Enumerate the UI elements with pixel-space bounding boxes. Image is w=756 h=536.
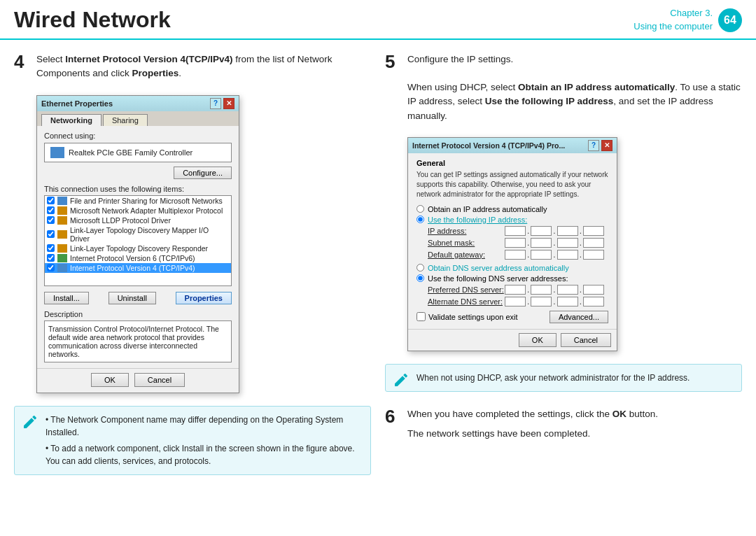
dns-radio-manual-input[interactable] — [416, 274, 424, 282]
ip-octet4[interactable] — [583, 226, 604, 236]
advanced-button[interactable]: Advanced... — [550, 311, 608, 323]
page-title: Wired Network — [14, 7, 171, 33]
subnet-mask-label: Subnet mask: — [428, 239, 505, 247]
adns-octet3[interactable] — [557, 297, 578, 306]
properties-button[interactable]: Properties — [176, 292, 232, 304]
subnet-octet2[interactable] — [531, 238, 552, 248]
item-icon — [57, 230, 67, 239]
ip-octet3[interactable] — [557, 226, 578, 236]
list-item-selected[interactable]: Internet Protocol Version 4 (TCP/IPv4) — [45, 263, 231, 273]
step4-text-after: . — [178, 68, 181, 78]
pdns-octet2[interactable] — [531, 285, 552, 295]
chapter-sub: Using the computer — [634, 20, 713, 33]
ip-cancel-button[interactable]: Cancel — [561, 333, 611, 347]
adns-octet4[interactable] — [583, 297, 604, 306]
adns-octet2[interactable] — [531, 297, 552, 306]
pdns-octet4[interactable] — [583, 285, 604, 295]
validate-label: Validate settings upon exit — [416, 312, 518, 321]
radio-use-following-input[interactable] — [416, 216, 424, 223]
subnet-mask-row: Subnet mask: . . . — [428, 238, 608, 248]
step5-bold2: Use the following IP address — [485, 96, 614, 106]
item-checkbox[interactable] — [47, 254, 55, 262]
ip-info-text: You can get IP settings assigned automat… — [416, 170, 608, 199]
pdns-octet1[interactable] — [505, 285, 526, 295]
tab-networking[interactable]: Networking — [41, 114, 102, 126]
step4-bold1: Internet Protocol Version 4(TCP/IPv4) — [65, 54, 232, 64]
page-header: Wired Network Chapter 3. Using the compu… — [0, 0, 756, 40]
uninstall-button[interactable]: Uninstall — [108, 292, 156, 304]
right-column: 5 Configure the IP settings. When using … — [385, 52, 742, 522]
subnet-octet3[interactable] — [557, 238, 578, 248]
description-label: Description — [44, 310, 232, 318]
ok-button[interactable]: OK — [91, 373, 129, 387]
step5-block: 5 Configure the IP settings. — [385, 52, 742, 71]
gateway-octet2[interactable] — [531, 250, 552, 260]
item-checkbox[interactable] — [47, 264, 55, 271]
step6-row: 6 When you have completed the settings, … — [385, 407, 742, 425]
step4-text: Select Internet Protocol Version 4(TCP/I… — [36, 52, 371, 81]
step4-bold2: Properties — [132, 68, 179, 78]
items-list: File and Printer Sharing for Microsoft N… — [44, 195, 232, 286]
item-label: Microsoft LLDP Protocol Driver — [70, 216, 171, 225]
general-label: General — [416, 159, 608, 167]
validate-text: Validate settings upon exit — [428, 313, 518, 321]
item-checkbox[interactable] — [47, 216, 55, 224]
radio-obtain-auto-input[interactable] — [416, 205, 424, 213]
tab-sharing[interactable]: Sharing — [103, 114, 148, 126]
item-checkbox[interactable] — [47, 230, 55, 238]
validate-checkbox[interactable] — [416, 312, 426, 321]
step5-note-icon — [393, 372, 410, 388]
step5-heading-text: Configure the IP settings. — [407, 54, 513, 64]
ip-dialog-title: Internet Protocol Version 4 (TCP/IPv4) P… — [412, 141, 565, 150]
adns-octet1[interactable] — [505, 297, 526, 306]
list-item: File and Printer Sharing for Microsoft N… — [45, 196, 231, 206]
notes-box: • The Network Component name may differ … — [14, 406, 371, 475]
items-label: This connection uses the following items… — [44, 185, 232, 193]
subnet-mask-input: . . . — [505, 238, 604, 248]
step5-body: When using DHCP, select Obtain an IP add… — [407, 80, 742, 123]
pdns-octet3[interactable] — [557, 285, 578, 295]
item-label: Internet Protocol Version 4 (TCP/IPv4) — [70, 264, 195, 272]
ethernet-dialog-title: Ethernet Properties — [41, 99, 113, 108]
connect-using-label: Connect using: — [44, 132, 232, 140]
item-checkbox[interactable] — [47, 197, 55, 204]
step4-text-before: Select — [36, 54, 65, 64]
item-label: Microsoft Network Adapter Multiplexor Pr… — [70, 206, 223, 215]
list-item: Microsoft Network Adapter Multiplexor Pr… — [45, 206, 231, 216]
description-box: Transmission Control Protocol/Internet P… — [44, 320, 232, 362]
gateway-octet4[interactable] — [583, 250, 604, 260]
item-checkbox[interactable] — [47, 206, 55, 214]
notes-list: • The Network Component name may differ … — [46, 414, 362, 467]
configure-button[interactable]: Configure... — [174, 167, 232, 179]
configure-btn-row: Configure... — [44, 167, 232, 179]
subnet-octet4[interactable] — [583, 238, 604, 248]
ethernet-dialog-container: Ethernet Properties ? ✕ Networking Shari… — [36, 95, 371, 393]
ip-octet2[interactable] — [531, 226, 552, 236]
alternate-dns-row: Alternate DNS server: . . . — [428, 297, 608, 306]
subnet-octet1[interactable] — [505, 238, 526, 248]
radio-use-following-label: Use the following IP address: — [428, 216, 527, 224]
item-checkbox[interactable] — [47, 244, 55, 252]
cancel-button[interactable]: Cancel — [134, 373, 185, 387]
preferred-dns-row: Preferred DNS server: . . . — [428, 285, 608, 295]
dns-radio-manual-label: Use the following DNS server addresses: — [428, 274, 568, 283]
gateway-octet3[interactable] — [557, 250, 578, 260]
gateway-octet1[interactable] — [505, 250, 526, 260]
step6-number: 6 — [385, 407, 400, 425]
list-item: Microsoft LLDP Protocol Driver — [45, 216, 231, 225]
ip-dialog: Internet Protocol Version 4 (TCP/IPv4) P… — [407, 137, 617, 351]
item-label: File and Printer Sharing for Microsoft N… — [70, 197, 223, 205]
ip-ok-button[interactable]: OK — [519, 333, 556, 347]
close-button[interactable]: ✕ — [223, 98, 234, 109]
ip-help-button[interactable]: ? — [588, 140, 599, 151]
ip-close-button[interactable]: ✕ — [601, 140, 612, 151]
win-btn-row: Install... Uninstall Properties — [44, 292, 232, 304]
gateway-input: . . . — [505, 250, 604, 260]
chapter-info: Chapter 3. Using the computer — [634, 7, 713, 32]
ethernet-titlebar: Ethernet Properties ? ✕ — [37, 96, 239, 111]
ip-octet1[interactable] — [505, 226, 526, 236]
main-content: 4 Select Internet Protocol Version 4(TCP… — [0, 40, 756, 530]
install-button[interactable]: Install... — [44, 292, 89, 304]
help-button[interactable]: ? — [210, 98, 221, 109]
dns-radio-auto-input[interactable] — [416, 264, 424, 271]
